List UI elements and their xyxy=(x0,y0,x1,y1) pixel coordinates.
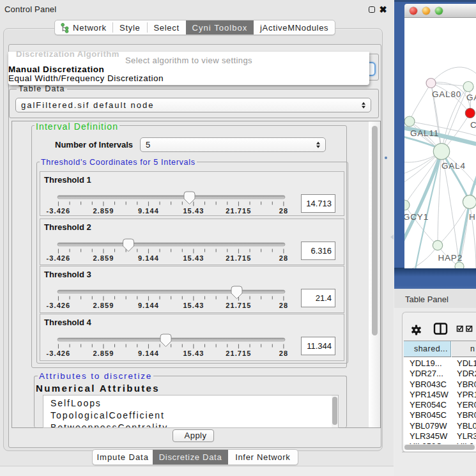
svg-text:GA: GA xyxy=(466,93,476,102)
svg-text:H: H xyxy=(469,212,476,222)
svg-text:28: 28 xyxy=(279,349,288,357)
svg-text:21.715: 21.715 xyxy=(226,207,251,215)
svg-text:15.43: 15.43 xyxy=(183,254,204,262)
svg-text:15.43: 15.43 xyxy=(183,302,204,309)
svg-text:28: 28 xyxy=(279,207,288,215)
svg-text:21.715: 21.715 xyxy=(226,349,251,357)
svg-text:2.859: 2.859 xyxy=(93,207,114,215)
svg-text:15.43: 15.43 xyxy=(183,349,204,357)
svg-text:GAL4: GAL4 xyxy=(441,161,466,171)
svg-text:-3.426: -3.426 xyxy=(47,302,71,309)
svg-text:9.144: 9.144 xyxy=(138,207,159,215)
svg-text:15.43: 15.43 xyxy=(183,207,204,215)
svg-text:21.715: 21.715 xyxy=(226,254,251,262)
svg-text:GCY1: GCY1 xyxy=(404,212,429,222)
svg-text:GAL11: GAL11 xyxy=(410,128,439,138)
svg-text:-3.426: -3.426 xyxy=(47,207,71,215)
svg-text:C: C xyxy=(470,120,476,130)
svg-text:9.144: 9.144 xyxy=(138,302,159,309)
svg-text:28: 28 xyxy=(279,254,288,262)
svg-text:28: 28 xyxy=(279,302,288,309)
svg-text:2.859: 2.859 xyxy=(93,349,114,357)
svg-text:9.144: 9.144 xyxy=(138,254,159,262)
svg-text:2.859: 2.859 xyxy=(93,254,114,262)
svg-text:2.859: 2.859 xyxy=(93,302,114,309)
svg-text:21.715: 21.715 xyxy=(226,302,251,309)
svg-text:9.144: 9.144 xyxy=(138,349,159,357)
svg-text:-3.426: -3.426 xyxy=(47,349,71,357)
svg-text:HAP2: HAP2 xyxy=(438,253,463,263)
svg-text:GAL80: GAL80 xyxy=(432,89,461,99)
svg-text:-3.426: -3.426 xyxy=(47,254,71,262)
